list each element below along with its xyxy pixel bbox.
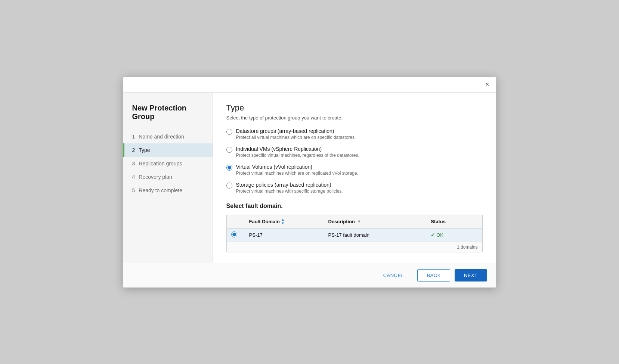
radio-individual-desc: Protect specific virtual machines, regar…	[236, 153, 359, 158]
sidebar-item-recovery-plan[interactable]: 4 Recovery plan	[123, 170, 213, 184]
new-protection-group-dialog: × New Protection Group 1 Name and direct…	[123, 77, 496, 288]
sort-desc-icon[interactable]: ▼	[281, 222, 285, 225]
sidebar-item-type[interactable]: 2 Type	[123, 143, 213, 157]
check-icon: ✓	[431, 232, 435, 238]
column-header-description: Description ▼	[324, 219, 427, 224]
main-content: Type Select the type of protection group…	[213, 93, 496, 263]
radio-vvol-desc: Protect virtual machines which are on re…	[236, 171, 359, 176]
radio-storage-desc: Protect virtual machines with specific s…	[236, 189, 343, 194]
sidebar-item-label-1: Name and direction	[139, 134, 184, 140]
step-number-4: 4	[132, 174, 135, 180]
row-radio-cell[interactable]	[227, 231, 245, 239]
dialog-body: New Protection Group 1 Name and directio…	[123, 93, 496, 263]
step-number-3: 3	[132, 161, 135, 167]
radio-vvol-label[interactable]: Virtual Volumes (vVol replication)	[236, 164, 312, 170]
sidebar-item-label-4: Recovery plan	[139, 174, 172, 180]
cancel-button[interactable]: CANCEL	[374, 270, 413, 281]
sort-icons-fault-domain[interactable]: ▲ ▼	[281, 218, 285, 225]
row-fault-domain: PS-17	[245, 232, 324, 238]
table-footer: 1 domains	[227, 242, 482, 252]
step-number-1: 1	[132, 134, 135, 140]
sidebar: New Protection Group 1 Name and directio…	[123, 93, 213, 263]
section-title: Type	[226, 103, 483, 113]
close-button[interactable]: ×	[483, 80, 492, 89]
radio-individual-label[interactable]: Individual VMs (vSphere Replication)	[236, 146, 322, 152]
radio-datastore-label[interactable]: Datastore groups (array-based replicatio…	[236, 128, 334, 134]
radio-individual-vms[interactable]	[226, 147, 232, 153]
section-subtitle: Select the type of protection group you …	[226, 115, 483, 121]
dialog-header: ×	[123, 77, 496, 93]
column-header-fault-domain: Fault Domain ▲ ▼	[245, 218, 324, 225]
step-number-2: 2	[132, 147, 135, 153]
sidebar-item-name-direction[interactable]: 1 Name and direction	[123, 130, 213, 143]
column-header-status: Status	[426, 219, 482, 224]
sidebar-item-label-3: Replication groups	[139, 161, 182, 167]
fault-domain-table: Fault Domain ▲ ▼ Description ▼ Status	[226, 215, 483, 252]
sort-asc-icon[interactable]: ▲	[281, 218, 285, 221]
sidebar-item-replication-groups[interactable]: 3 Replication groups	[123, 157, 213, 170]
step-number-5: 5	[132, 187, 135, 193]
sidebar-item-label-5: Ready to complete	[139, 187, 182, 193]
table-header: Fault Domain ▲ ▼ Description ▼ Status	[227, 215, 482, 228]
filter-icon-description[interactable]: ▼	[357, 219, 361, 224]
sidebar-item-ready-to-complete[interactable]: 5 Ready to complete	[123, 184, 213, 197]
dialog-footer: CANCEL BACK NEXT	[123, 263, 496, 287]
row-radio-ps17[interactable]	[231, 231, 237, 237]
table-row[interactable]: PS-17 PS-17 fault domain ✓ OK	[227, 228, 482, 242]
radio-datastore-groups[interactable]	[226, 129, 232, 135]
row-description: PS-17 fault domain	[324, 232, 427, 238]
radio-storage-label[interactable]: Storage policies (array-based replicatio…	[236, 182, 331, 188]
radio-option-storage: Storage policies (array-based replicatio…	[226, 182, 483, 194]
radio-datastore-desc: Protect all virtual machines which are o…	[236, 135, 356, 140]
radio-option-individual: Individual VMs (vSphere Replication) Pro…	[226, 146, 483, 158]
radio-option-datastore: Datastore groups (array-based replicatio…	[226, 128, 483, 140]
row-status: ✓ OK	[426, 232, 482, 238]
status-text: OK	[436, 232, 443, 238]
back-button[interactable]: BACK	[417, 269, 450, 281]
sidebar-item-label-2: Type	[139, 147, 150, 153]
fault-domain-title: Select fault domain.	[226, 203, 483, 209]
radio-vvol[interactable]	[226, 165, 232, 171]
dialog-title: New Protection Group	[123, 100, 213, 130]
next-button[interactable]: NEXT	[455, 269, 487, 281]
radio-option-vvol: Virtual Volumes (vVol replication) Prote…	[226, 164, 483, 176]
radio-storage-policies[interactable]	[226, 183, 232, 189]
